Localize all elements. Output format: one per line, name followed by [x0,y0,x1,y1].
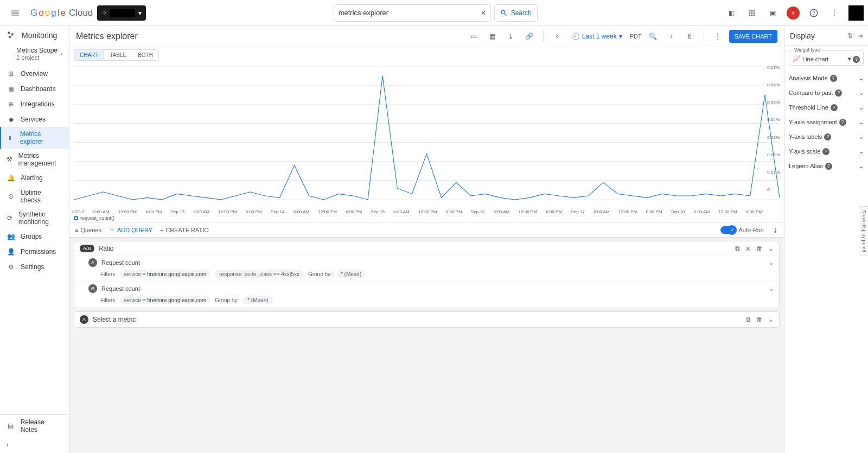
display-section-legend-alias[interactable]: Legend Alias ?⌄ [789,159,864,174]
release-notes[interactable]: ▤Release Notes [0,415,69,437]
chart-legend: request_count() [69,214,784,222]
monitoring-icon [7,30,16,40]
expand-new-icon[interactable]: ⌄ [768,316,774,323]
show-display-panel-tab[interactable]: Show display panel [860,206,868,256]
help-icon[interactable]: ? [807,7,820,20]
display-section-compare-to-past[interactable]: Compare to past ?⌄ [789,86,864,100]
line-chart-icon: 📈 [793,55,800,62]
cloudshell-icon[interactable]: ▣ [766,7,779,20]
sidebar-item-metrics-explorer[interactable]: ⫾Metrics explorer [0,127,69,149]
help-icon[interactable]: ? [831,104,838,111]
help-icon[interactable]: ? [853,56,860,63]
help-icon[interactable]: ? [824,133,831,141]
create-ratio-button[interactable]: ÷ CREATE RATIO [160,227,209,233]
delete-icon[interactable]: 🗑 [756,245,763,252]
delete-new-icon[interactable]: 🗑 [756,316,763,323]
nav-icon: ▦ [7,85,15,93]
sidebar-item-overview[interactable]: ⊞Overview [0,66,69,81]
add-query-button[interactable]: ＋ ADD QUERY [109,226,152,234]
auto-run-toggle[interactable]: ✓ [720,226,736,234]
svg-point-4 [9,36,11,39]
grid-view-icon[interactable]: ▦ [486,29,500,43]
zoom-icon[interactable]: 🔍 [646,29,660,43]
sidebar-item-permissions[interactable]: 👤Permissions [0,244,69,259]
apps-icon[interactable] [745,7,758,20]
search-button[interactable]: Search [494,4,538,22]
save-chart-button[interactable]: SAVE CHART [729,30,777,43]
display-section-y-axis-scale[interactable]: Y-axis scale ?⌄ [789,144,864,159]
gift-icon[interactable]: ◧ [725,7,738,20]
expand-a-icon[interactable]: ⌄ [769,259,774,266]
link-icon[interactable]: 🔗 [522,29,537,43]
display-section-analysis-mode[interactable]: Analysis Mode ?⌄ [789,71,864,86]
google-cloud-logo[interactable]: GoogleCloud [30,8,93,18]
copy-new-icon[interactable]: ⧉ [746,316,751,323]
help-icon[interactable]: ? [822,148,829,155]
next-icon[interactable]: › [665,29,679,43]
sidebar-item-settings[interactable]: ⚙Settings [0,259,69,275]
project-picker[interactable]: ⁘ ▾ [97,5,146,21]
collapse-panel-icon[interactable]: ⇥ [857,32,863,40]
groupby-chip-b[interactable]: * (Mean) [243,296,272,304]
display-section-y-axis-labels[interactable]: Y-axis labels ?⌄ [789,130,864,144]
sidebar-item-groups[interactable]: 👥Groups [0,229,69,244]
tab-table[interactable]: TABLE [104,50,132,60]
select-metric[interactable]: Select a metric [93,316,136,323]
line-chart[interactable] [74,65,780,201]
nav-icon: ⊕ [7,100,15,109]
svg-point-2 [8,31,10,34]
nav-icon: ⚙ [7,263,15,271]
sidebar-item-metrics-management[interactable]: ⚒Metrics management [0,149,69,170]
sidebar-item-uptime-checks[interactable]: ⊙Uptime checks [0,186,69,207]
split-icon[interactable]: ⤩ [745,245,751,252]
expand-vert-icon[interactable]: ⇅ [847,32,853,40]
groupby-chip-a[interactable]: * (Mean) [336,270,366,278]
sidebar-item-services[interactable]: ◆Services [0,112,69,127]
queries-label: ≡ Queries [75,227,101,233]
settings-icon[interactable]: 🎚 [683,29,697,43]
time-range-picker[interactable]: 🕘Last 1 week▾ [569,29,626,43]
chevron-down-icon: ⌄ [859,75,864,82]
display-section-y-axis-assignment[interactable]: Y-axis assignment ?⌄ [789,115,864,130]
svg-text:?: ? [812,10,815,16]
search-input[interactable] [339,9,477,17]
release-icon: ▤ [7,422,15,430]
sidebar-item-integrations[interactable]: ⊕Integrations [0,97,69,112]
sidebar-item-synthetic-monitoring[interactable]: ⟳Synthetic monitoring [0,207,69,229]
tab-both[interactable]: BOTH [132,50,158,60]
query-a-row[interactable]: A Request count ⌄ [74,256,779,269]
collapse-queries-icon[interactable]: ⭳ [773,227,778,233]
more-vert-icon[interactable]: ⋮ [711,29,725,43]
chart-view-icon[interactable]: ▭ [467,29,481,43]
help-icon[interactable]: ? [830,75,837,82]
account-avatar[interactable] [848,5,864,21]
copy-icon[interactable]: ⧉ [735,245,740,252]
notifications-badge[interactable]: 4 [787,7,800,20]
metrics-scope[interactable]: Metrics Scope 1 project › [0,44,69,66]
chevron-down-icon: ⌄ [859,104,864,111]
search-box[interactable]: ✕ [334,4,491,22]
widget-type-select[interactable]: Widget type 📈Line chart▾ ? [789,50,864,66]
nav-icon: ⚒ [7,155,13,164]
sidebar-item-alerting[interactable]: 🔔Alerting [0,170,69,186]
help-icon[interactable]: ? [825,163,832,170]
expand-icon[interactable]: ⌄ [768,245,774,252]
collapse-sidebar[interactable]: ‹ [0,437,69,453]
help-icon[interactable]: ? [839,119,846,126]
filter-chip-response-code[interactable]: response_code_class == 4xx|5xx [215,270,304,278]
expand-b-icon[interactable]: ⌄ [769,285,774,292]
chart-area: 0.07%0.06%0.05%0.04%0.03%0.02%0.01%0 [69,63,784,209]
query-b-row[interactable]: B Request count ⌄ [74,282,779,295]
filter-chip-service-b[interactable]: service = firestore.googleapis.com [119,296,210,304]
clear-icon[interactable]: ✕ [481,9,486,17]
help-icon[interactable]: ? [835,90,842,97]
display-section-threshold-line[interactable]: Threshold Line ?⌄ [789,100,864,115]
more-icon[interactable]: ⋮ [828,7,841,20]
chevron-down-icon: ⌄ [859,119,864,126]
tab-chart[interactable]: CHART [74,50,104,60]
prev-icon[interactable]: ‹ [550,29,564,43]
menu-button[interactable] [4,2,26,24]
filter-chip-service-a[interactable]: service = firestore.googleapis.com [119,270,210,278]
download-icon[interactable]: ⭳ [504,29,518,43]
sidebar-item-dashboards[interactable]: ▦Dashboards [0,81,69,97]
